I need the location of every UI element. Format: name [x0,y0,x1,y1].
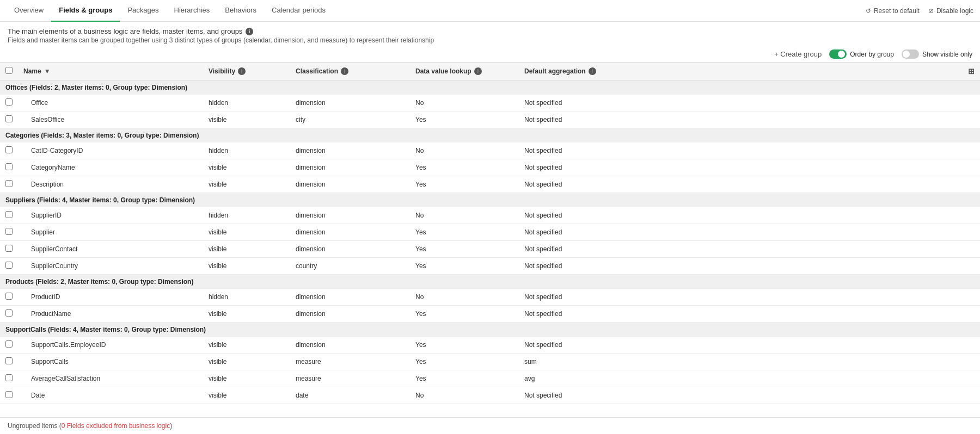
row-aggregation-cell: Not specified [519,306,980,323]
row-visibility-cell: visible [203,241,290,258]
row-classification-cell: country [290,258,410,275]
row-checkbox[interactable] [5,146,13,153]
row-checkbox[interactable] [5,180,13,187]
ungrouped-count: 0 Fields excluded from business logic [62,422,170,425]
row-checkbox[interactable] [5,245,13,252]
reset-to-default-button[interactable]: ↺ Reset to default [866,7,920,15]
select-all-checkbox[interactable] [5,67,13,74]
create-group-button[interactable]: + Create group [774,50,822,58]
group-header-row: Suppliers (Fields: 4, Master items: 0, G… [0,193,980,208]
row-lookup-cell: Yes [410,258,519,275]
group-header-cell: Suppliers (Fields: 4, Master items: 0, G… [0,193,980,208]
row-lookup-cell: Yes [410,337,519,354]
app-container: Overview Fields & groups Packages Hierar… [0,0,980,425]
show-visible-only-toggle[interactable] [902,49,919,59]
col-header-name: Name ▼ [18,63,203,80]
row-lookup-cell: Yes [410,159,519,176]
grid-icon[interactable]: ⊞ [968,67,975,76]
row-name-cell: SupportCalls [18,354,203,370]
visibility-info-icon[interactable]: i [238,67,246,75]
aggregation-info-icon[interactable]: i [589,67,596,75]
classification-info-icon[interactable]: i [341,67,348,75]
row-name-cell: CategoryName [18,159,203,176]
table-row: AverageCallSatisfactionvisiblemeasureYes… [0,370,980,387]
filter-icon[interactable]: ▼ [44,67,51,75]
row-name-cell: Supplier [18,224,203,241]
table-wrap: Name ▼ Visibility i Classification [0,62,980,425]
row-check-cell [0,370,18,387]
row-aggregation-cell: Not specified [519,289,980,306]
row-checkbox[interactable] [5,262,13,269]
row-checkbox[interactable] [5,163,13,170]
col-visibility-label: Visibility [209,67,235,75]
row-check-cell [0,176,18,193]
row-checkbox[interactable] [5,391,13,398]
row-visibility-cell: hidden [203,142,290,159]
lookup-info-icon[interactable]: i [474,67,482,75]
row-checkbox[interactable] [5,211,13,218]
row-checkbox[interactable] [5,293,13,300]
table-row: SalesOfficevisiblecityYesNot specified [0,111,980,128]
reset-icon: ↺ [866,7,871,15]
row-visibility-cell: visible [203,258,290,275]
row-classification-cell: dimension [290,142,410,159]
group-header-cell: Offices (Fields: 2, Master items: 0, Gro… [0,80,980,95]
row-checkbox[interactable] [5,340,13,348]
header-row: Name ▼ Visibility i Classification [0,63,980,80]
group-header-row: Products (Fields: 2, Master items: 0, Gr… [0,275,980,289]
tab-behaviors[interactable]: Behaviors [217,0,264,22]
row-check-cell [0,207,18,224]
table-body: Offices (Fields: 2, Master items: 0, Gro… [0,80,980,404]
row-aggregation-cell: Not specified [519,387,980,404]
col-name-label: Name [23,67,41,75]
tab-calendar-periods[interactable]: Calendar periods [264,0,333,22]
toolbar-row: + Create group Order by group Show visib… [0,46,980,62]
col-header-visibility: Visibility i [203,63,290,80]
table-row: CatID-CategoryIDhiddendimensionNoNot spe… [0,142,980,159]
row-checkbox[interactable] [5,374,13,381]
row-aggregation-cell: Not specified [519,95,980,111]
row-name-cell: SupportCalls.EmployeeID [18,337,203,354]
nav-actions: ↺ Reset to default ⊘ Disable logic [866,7,973,15]
row-lookup-cell: Yes [410,111,519,128]
reset-label: Reset to default [874,7,920,15]
row-checkbox[interactable] [5,115,13,122]
group-header-cell: Products (Fields: 2, Master items: 0, Gr… [0,275,980,289]
row-checkbox[interactable] [5,357,13,364]
row-classification-cell: dimension [290,159,410,176]
row-visibility-cell: visible [203,224,290,241]
show-visible-only-toggle-group: Show visible only [902,49,972,59]
table-row: ProductNamevisibledimensionYesNot specif… [0,306,980,323]
row-name-cell: CatID-CategoryID [18,142,203,159]
row-classification-cell: dimension [290,224,410,241]
row-checkbox[interactable] [5,228,13,235]
row-name-cell: SupplierID [18,207,203,224]
row-classification-cell: dimension [290,95,410,111]
tab-fields-groups[interactable]: Fields & groups [51,0,120,22]
row-aggregation-cell: Not specified [519,258,980,275]
row-name-cell: SupplierCountry [18,258,203,275]
col-classification-label: Classification [296,67,338,75]
show-visible-only-label: Show visible only [922,51,972,58]
row-aggregation-cell: Not specified [519,176,980,193]
row-classification-cell: measure [290,370,410,387]
row-checkbox[interactable] [5,98,13,106]
bottom-bar: Ungrouped items (0 Fields excluded from … [0,417,980,425]
row-checkbox[interactable] [5,309,13,317]
row-aggregation-cell: Not specified [519,241,980,258]
table-row: SupportCalls.EmployeeIDvisibledimensionY… [0,337,980,354]
order-by-group-toggle[interactable] [829,49,847,59]
row-aggregation-cell: Not specified [519,337,980,354]
row-check-cell [0,337,18,354]
tab-overview[interactable]: Overview [7,0,51,22]
group-header-cell: Categories (Fields: 3, Master items: 0, … [0,128,980,143]
col-header-lookup: Data value lookup i [410,63,519,80]
row-lookup-cell: Yes [410,370,519,387]
order-by-group-label: Order by group [850,51,894,58]
row-aggregation-cell: Not specified [519,111,980,128]
tab-hierarchies[interactable]: Hierarchies [167,0,218,22]
tab-packages[interactable]: Packages [120,0,166,22]
disable-logic-button[interactable]: ⊘ Disable logic [928,7,973,15]
info-main-icon[interactable]: i [246,28,253,35]
group-header-cell: SupportCalls (Fields: 4, Master items: 0… [0,323,980,337]
